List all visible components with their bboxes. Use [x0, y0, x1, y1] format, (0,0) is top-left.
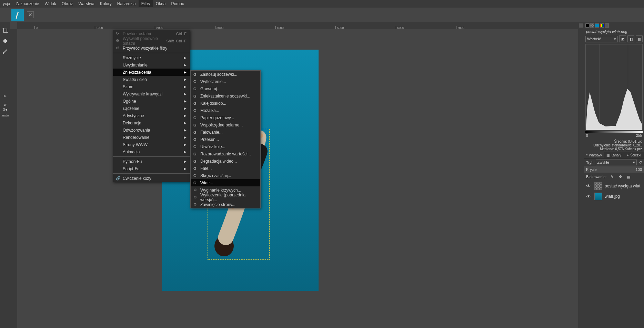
histogram-channel-select[interactable]: Wartość▾ [585, 36, 618, 42]
menu-ycja[interactable]: ycja [0, 0, 13, 7]
swatch[interactable] [595, 23, 599, 28]
canvas[interactable] [17, 29, 584, 328]
nav-anchor-icon[interactable] [579, 23, 583, 28]
menu-kolory[interactable]: Kolory [97, 0, 114, 7]
menu-item[interactable]: Animacja▶ [113, 148, 190, 155]
lock-pixels-icon[interactable]: ✎ [609, 174, 615, 180]
menu-zaznaczenie[interactable]: Zaznaczenie [13, 0, 42, 7]
menu-filtry[interactable]: Filtry [139, 0, 153, 7]
swatch[interactable] [605, 23, 609, 28]
filters-menu: ↻Powtórz ostatniCtrl+F⚙Wyświetl ponownie… [113, 30, 190, 182]
menu-item[interactable]: GZniekształcenie soczewki... [191, 92, 260, 100]
layer-row[interactable]: 👁wiatr.jpg [584, 191, 644, 202]
menu-item[interactable]: 🔗Ćwiczenie kozy [113, 175, 190, 182]
crop-tool-icon[interactable] [1, 27, 9, 34]
toolbox: w 3 ▾ arstw [0, 22, 10, 328]
menu-item[interactable]: Python-Fu▶ [113, 158, 190, 165]
stat-row: Średnia: 0,451 Lic [586, 140, 642, 143]
svg-point-1 [3, 52, 4, 54]
menu-item[interactable]: Odwzorowania▶ [113, 126, 190, 134]
lock-label: Blokowanie: [586, 175, 606, 179]
menu-item[interactable]: GUtwórz kulę... [191, 143, 260, 150]
tab-paths[interactable]: ✦ Ścieżki [624, 152, 644, 158]
menu-item[interactable]: Script-Fu▶ [113, 165, 190, 172]
tab-layers[interactable]: ≡ Warstwy [584, 152, 604, 158]
mode-label: Tryb [586, 161, 594, 165]
brush-tool-icon[interactable] [1, 48, 9, 55]
tab-channels[interactable]: ▦ Kanały [604, 152, 624, 158]
menu-item[interactable]: Łączenie▶ [113, 105, 190, 112]
panel-collapse-icon[interactable] [1, 92, 9, 100]
ruler-tick: 2000 [155, 26, 163, 29]
opacity-value: 100 [636, 167, 642, 172]
menu-pomoc[interactable]: Pomoc [168, 0, 187, 7]
ruler-tick: 7000 [456, 26, 464, 29]
menu-item[interactable]: Artystyczne▶ [113, 112, 190, 119]
lock-position-icon[interactable]: ✥ [617, 174, 623, 180]
menu-item[interactable]: Zniekształcenia▶ [113, 69, 190, 76]
menu-item[interactable]: GWspółrzędne polarne... [191, 121, 260, 129]
value-3: 3 ▾ [3, 108, 8, 112]
menu-item[interactable]: GWiatr... [191, 179, 260, 186]
visibility-icon[interactable]: 👁 [586, 194, 592, 199]
document-tab[interactable] [11, 9, 23, 21]
ruler-vertical [10, 29, 17, 328]
ruler-tick: 1000 [95, 26, 103, 29]
opacity-label: Krycie [586, 167, 597, 172]
menu-obraz[interactable]: Obraz [59, 0, 76, 7]
bucket-tool-icon[interactable] [1, 37, 9, 45]
menu-item[interactable]: GGraweruj... [191, 85, 260, 92]
menu-item[interactable]: GSkręć i zaciśnij... [191, 172, 260, 179]
menu-item[interactable]: GKalejdoskop... [191, 100, 260, 107]
menu-item[interactable]: GMozaika... [191, 107, 260, 114]
menu-item[interactable]: Światło i cień▶ [113, 76, 190, 83]
menu-warstwa[interactable]: Warstwa [76, 0, 97, 7]
menu-narzędzia[interactable]: Narzędzia [114, 0, 139, 7]
menu-item[interactable]: ⚙Wytłoczenie (poprzednia wersja)... [191, 194, 260, 201]
menu-item[interactable]: GPrzesuń... [191, 136, 260, 143]
menu-item[interactable]: Dekoracja▶ [113, 119, 190, 126]
histogram-log-button[interactable]: ◧ [627, 35, 634, 42]
menu-item[interactable]: GZastosuj soczewki... [191, 71, 260, 78]
menu-widok[interactable]: Widok [42, 0, 59, 7]
menu-item[interactable]: Renderowanie▶ [113, 134, 190, 141]
histogram-max: 255 [636, 134, 642, 137]
menu-item[interactable]: ↺Przywróć wszystkie filtry [113, 44, 190, 52]
stat-row: Odchylenie standardowe: 0,281 [586, 143, 642, 147]
swatch[interactable] [600, 23, 604, 28]
tab-close-button[interactable]: ✕ [27, 11, 34, 18]
distorts-submenu: GZastosuj soczewki...GWytłoczenie...GGra… [190, 70, 261, 208]
mode-select[interactable]: Zwykłe▾ [596, 160, 637, 165]
menu-item[interactable]: GFalowanie... [191, 129, 260, 136]
ruler-tick: 3000 [215, 26, 223, 29]
histogram-rgb-button[interactable]: ▦ [636, 35, 643, 42]
swatch[interactable] [590, 23, 594, 28]
layer-row[interactable]: 👁postać wycięta wiat [584, 181, 644, 191]
menu-item[interactable]: Strony WWW▶ [113, 141, 190, 148]
menu-item[interactable]: ⚙Zawinięcie strony... [191, 201, 260, 208]
menubar: ycjaZaznaczenieWidokObrazWarstwaKoloryNa… [0, 0, 644, 8]
ruler-tick: 5000 [335, 26, 344, 29]
swatch[interactable] [585, 23, 590, 28]
scrollbar-vertical[interactable] [578, 22, 584, 328]
menu-item[interactable]: Szum▶ [113, 83, 190, 90]
menu-item[interactable]: Rozmycie▶ [113, 54, 190, 61]
menu-item[interactable]: GDegradacja wideo... [191, 157, 260, 165]
menu-item[interactable]: Wykrywanie krawędzi▶ [113, 90, 190, 98]
stat-row: Mediana: 0,576 Kafelek prz [586, 147, 642, 151]
menu-item[interactable]: GWytłoczenie... [191, 78, 260, 85]
lock-alpha-icon[interactable]: ▦ [626, 174, 631, 180]
menu-item[interactable]: Ogólne▶ [113, 98, 190, 105]
layer-thumbnail [594, 193, 602, 200]
menu-item: ⚙Wyświetl ponownie ostatniShift+Ctrl+F [113, 37, 190, 44]
menu-item[interactable]: GFale... [191, 165, 260, 172]
visibility-icon[interactable]: 👁 [586, 183, 592, 189]
menu-item[interactable]: GRozprowadzanie wartości... [191, 150, 260, 157]
histogram-linear-button[interactable]: ◩ [619, 35, 626, 42]
workspace: w 3 ▾ arstw 0100020003000400050006000700… [0, 22, 644, 328]
menu-item[interactable]: Uwydatnianie▶ [113, 61, 190, 69]
histogram-min: 0 [586, 134, 588, 137]
menu-item[interactable]: GPapier gazetowy... [191, 114, 260, 121]
mode-reset-icon[interactable]: ⟲ [639, 160, 642, 165]
menu-okna[interactable]: Okna [153, 0, 169, 7]
